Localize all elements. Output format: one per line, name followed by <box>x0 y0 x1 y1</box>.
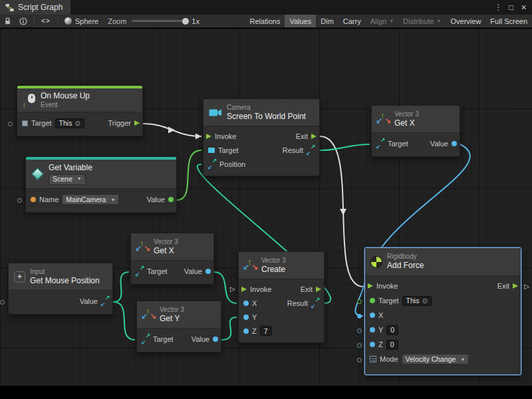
vector3-icon: ↑↙↘ <box>377 113 390 126</box>
port-label-exit: Exit <box>301 285 313 293</box>
port-label-result: Result <box>283 146 303 154</box>
fullscreen-button[interactable]: Full Screen <box>485 15 532 27</box>
zoom-value: 1x <box>192 17 200 25</box>
unconnected-port[interactable] <box>357 329 362 333</box>
flow-in-port[interactable] <box>206 134 211 139</box>
flow-port-unconnected-icon[interactable]: ▷ <box>230 286 235 293</box>
dim-button[interactable]: Dim <box>316 15 338 27</box>
port-label-target: Target <box>147 267 168 275</box>
variable-scope-dropdown[interactable]: Scene▼ <box>49 174 86 185</box>
node-vector3-get-y[interactable]: ↑↙↘ Vector 3 Get Y ↗↙ Target Value <box>136 301 221 352</box>
flow-out-port[interactable] <box>513 283 518 289</box>
node-title: Add Force <box>387 261 424 270</box>
graph-toolbar: <> Sphere Zoom 1x Relations Values Dim C… <box>0 15 532 28</box>
target-value-box[interactable]: This⊙ <box>402 296 432 306</box>
vector3-out-port[interactable]: ↗↙ <box>307 146 315 154</box>
flow-out-port[interactable] <box>134 120 140 126</box>
mode-dropdown[interactable]: Velocity Change▼ <box>402 354 469 364</box>
vector3-in-port[interactable]: ↗↙ <box>136 267 144 275</box>
float-in-port[interactable] <box>370 313 375 318</box>
vector3-in-port[interactable]: ↗↙ <box>376 140 384 148</box>
values-button[interactable]: Values <box>285 15 316 27</box>
zoom-slider[interactable] <box>132 20 186 22</box>
node-title: Get Y <box>160 314 184 323</box>
float-in-port[interactable] <box>243 329 249 334</box>
target-value-box[interactable]: This⊙ <box>55 118 84 128</box>
node-title: Create <box>261 265 286 274</box>
input-icon: + <box>14 271 25 283</box>
node-get-mouse-position[interactable]: + Input Get Mouse Position Value ↗↙ <box>8 263 113 315</box>
float-in-port[interactable] <box>370 327 375 332</box>
info-icon <box>19 17 27 25</box>
unconnected-port[interactable] <box>357 358 362 362</box>
float-in-port[interactable] <box>370 342 375 347</box>
float-in-port[interactable] <box>243 301 249 306</box>
y-value-input[interactable]: 0 <box>386 325 398 335</box>
window-maximize-icon[interactable]: □ <box>505 3 517 12</box>
flow-out-port[interactable] <box>316 287 321 292</box>
align-dropdown[interactable]: Align▼ <box>366 15 398 27</box>
flow-in-port[interactable] <box>241 287 247 292</box>
unconnected-port[interactable] <box>8 122 13 126</box>
vector3-out-port[interactable]: ↗↙ <box>311 299 319 307</box>
float-out-port[interactable] <box>213 336 218 342</box>
tab-script-graph[interactable]: Script Graph <box>0 0 70 15</box>
port-label-z: Z <box>378 340 383 348</box>
lock-button[interactable] <box>0 15 15 27</box>
caret-down-icon: ▼ <box>110 198 115 202</box>
flow-out-port[interactable] <box>311 134 317 139</box>
object-out-port[interactable] <box>168 197 174 202</box>
overview-button[interactable]: Overview <box>446 15 486 27</box>
port-label-exit: Exit <box>497 282 509 290</box>
unconnected-port[interactable] <box>0 300 5 305</box>
vector3-in-port[interactable]: ↗↙ <box>208 160 216 168</box>
node-category: Rigidbody <box>387 253 424 261</box>
camera-icon <box>209 108 222 118</box>
node-title: Get X <box>394 118 419 128</box>
camera-type-port[interactable] <box>208 148 215 153</box>
zoom-slider-handle[interactable] <box>182 18 189 25</box>
node-add-force[interactable]: Rigidbody Add Force Invoke Exit Target T… <box>364 247 521 375</box>
node-vector3-create[interactable]: ↑↙↘ Vector 3 Create Invoke Exit X Result… <box>238 251 325 343</box>
port-label-invoke: Invoke <box>376 282 398 290</box>
caret-down-icon: ▼ <box>389 19 394 23</box>
node-vector3-get-x-top[interactable]: ↑↙↘ Vector 3 Get X ↗↙ Target Value <box>371 105 460 157</box>
node-vector3-get-x-mid[interactable]: ↑↙↘ Vector 3 Get X ↗↙ Target Value <box>130 233 214 285</box>
rigidbody-in-port[interactable] <box>370 298 375 303</box>
z-value-input[interactable]: 0 <box>386 340 398 350</box>
info-button[interactable] <box>15 15 31 27</box>
relations-button[interactable]: Relations <box>245 15 285 27</box>
port-label-target: Target <box>388 140 408 148</box>
connected-port-x[interactable] <box>357 314 362 319</box>
distribute-dropdown[interactable]: Distribute▼ <box>398 15 446 27</box>
carry-button[interactable]: Carry <box>338 15 366 27</box>
float-in-port[interactable] <box>243 315 249 320</box>
variable-icon <box>31 168 43 180</box>
unconnected-port[interactable] <box>357 343 362 348</box>
port-label-result: Result <box>287 299 308 307</box>
z-value-input[interactable]: 7 <box>260 326 272 336</box>
port-label-invoke: Invoke <box>250 285 271 293</box>
node-category: Vector 3 <box>160 306 184 314</box>
port-label-target: Target <box>378 297 399 305</box>
port-label-y: Y <box>378 326 383 334</box>
vector3-in-port[interactable]: ↗↙ <box>142 335 150 343</box>
window-close-icon[interactable]: × <box>518 2 529 13</box>
flow-port-unconnected-icon[interactable]: ▷ <box>524 283 529 290</box>
node-screen-to-world-point[interactable]: Camera Screen To World Point Invoke Exit… <box>203 98 320 176</box>
vector3-out-port[interactable]: ↗↙ <box>101 297 109 305</box>
node-on-mouse-up[interactable]: ↑ On Mouse Up Event Target This⊙ Trigger <box>17 85 143 136</box>
window-tab-bar: Script Graph ⋮ □ × <box>0 0 532 15</box>
unconnected-port[interactable] <box>17 198 22 203</box>
graph-object-name[interactable]: Sphere <box>75 17 98 25</box>
flow-in-port[interactable] <box>368 283 373 289</box>
code-view-button[interactable]: <> <box>37 15 55 27</box>
window-menu-icon[interactable]: ⋮ <box>493 3 504 12</box>
node-get-variable[interactable]: Get Variable Scene▼ Name MainCamera▼ Val… <box>25 156 177 213</box>
node-category: Vector 3 <box>154 238 178 246</box>
variable-name-dropdown[interactable]: MainCamera▼ <box>62 194 119 205</box>
float-out-port[interactable] <box>205 269 211 274</box>
float-out-port[interactable] <box>452 141 457 146</box>
unconnected-port[interactable] <box>357 299 362 304</box>
string-port[interactable] <box>31 197 36 202</box>
